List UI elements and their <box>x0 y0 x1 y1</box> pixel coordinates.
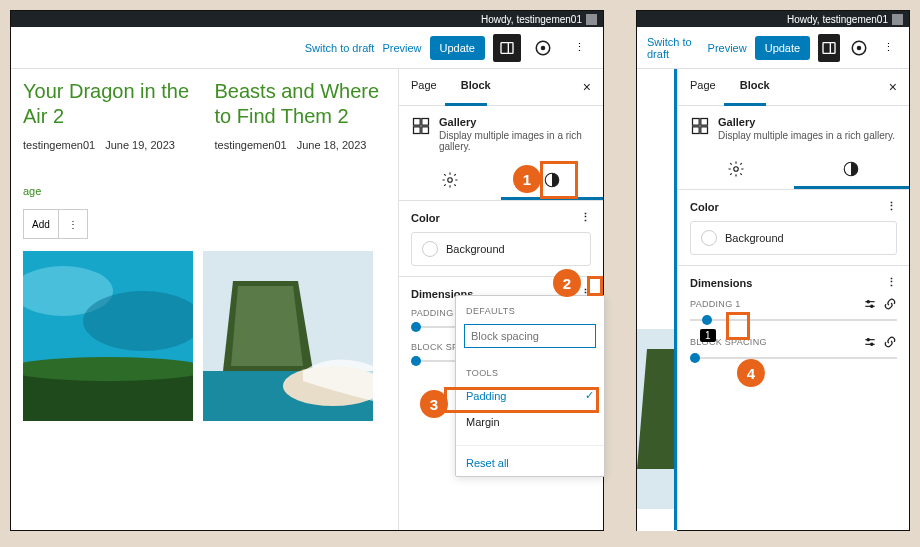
background-color-row[interactable]: Background <box>411 232 591 266</box>
svg-rect-27 <box>693 119 700 126</box>
padding-slider[interactable]: 1 <box>690 319 897 321</box>
settings-sidebar: Page Block × Gallery Display multiple im… <box>398 69 603 530</box>
svg-rect-14 <box>422 119 429 126</box>
block-name: Gallery <box>718 116 895 128</box>
settings-tab-icon[interactable] <box>678 151 794 189</box>
color-options-icon[interactable]: ⋮ <box>580 211 591 224</box>
link-sides-icon[interactable] <box>883 335 897 349</box>
editor-toolbar: Switch to draft Preview Update ⋮ <box>11 27 603 69</box>
svg-point-22 <box>856 45 861 50</box>
callout-4: 4 <box>737 359 765 387</box>
svg-point-40 <box>871 343 873 345</box>
popover-padding-item[interactable]: Padding ✓ <box>456 382 604 409</box>
post-title[interactable]: Your Dragon in the Air 2 <box>23 79 195 129</box>
avatar[interactable] <box>892 14 903 25</box>
editor-window-left: Howdy, testingemen01 Switch to draft Pre… <box>10 10 604 531</box>
popover-defaults-head: DEFAULTS <box>456 302 604 320</box>
admin-bar: Howdy, testingemen01 <box>637 11 909 27</box>
sidebar-toggle-icon[interactable] <box>493 34 521 62</box>
svg-point-31 <box>734 166 739 171</box>
plugin-icon[interactable] <box>529 34 557 62</box>
block-description: Display multiple images in a rich galler… <box>718 130 895 141</box>
gallery-image[interactable] <box>203 251 373 421</box>
page-link-fragment[interactable]: age <box>23 185 41 197</box>
svg-rect-19 <box>823 42 835 53</box>
post-title[interactable]: Beasts and Where to Find Them 2 <box>215 79 387 129</box>
svg-rect-28 <box>701 119 708 126</box>
tab-page[interactable]: Page <box>678 69 728 105</box>
block-toolbar: Add ⋮ <box>23 209 386 239</box>
svg-point-35 <box>867 301 869 303</box>
popover-margin-item[interactable]: Margin <box>456 409 604 435</box>
more-options-icon[interactable]: ⋮ <box>565 34 593 62</box>
gallery-image[interactable] <box>23 251 193 421</box>
post-author: testingemen01 <box>23 139 95 151</box>
svg-point-36 <box>871 305 873 307</box>
tab-page[interactable]: Page <box>399 69 449 105</box>
update-button[interactable]: Update <box>755 36 810 60</box>
sidebar-toggle-icon[interactable] <box>818 34 840 62</box>
background-label: Background <box>725 232 784 244</box>
callout-2: 2 <box>553 269 581 297</box>
block-spacing-slider[interactable] <box>690 357 897 359</box>
block-description: Display multiple images in a rich galler… <box>439 130 591 152</box>
slider-tooltip: 1 <box>700 329 716 342</box>
styles-tab-icon[interactable] <box>794 151 910 189</box>
svg-rect-15 <box>414 127 421 134</box>
block-spacing-input[interactable] <box>464 324 596 348</box>
link-sides-icon[interactable] <box>883 297 897 311</box>
post-date: June 18, 2023 <box>297 139 367 151</box>
greeting-text: Howdy, testingemen01 <box>787 14 888 25</box>
svg-rect-0 <box>501 42 513 53</box>
svg-rect-16 <box>422 127 429 134</box>
check-icon: ✓ <box>585 389 594 402</box>
tab-block[interactable]: Block <box>449 69 503 105</box>
update-button[interactable]: Update <box>430 36 485 60</box>
plugin-icon[interactable] <box>848 34 870 62</box>
more-options-icon[interactable]: ⋮ <box>877 34 899 62</box>
svg-point-39 <box>867 339 869 341</box>
gallery-block[interactable] <box>23 251 386 421</box>
color-options-icon[interactable]: ⋮ <box>886 200 897 213</box>
svg-point-9 <box>23 357 193 381</box>
switch-to-draft-link[interactable]: Switch to draft <box>305 42 375 54</box>
padding-label: PADDING 1 <box>690 299 741 309</box>
block-more-icon[interactable]: ⋮ <box>58 209 88 239</box>
editor-window-right: Howdy, testingemen01 Switch to draft Pre… <box>636 10 910 531</box>
color-swatch-icon <box>701 230 717 246</box>
svg-rect-13 <box>414 119 421 126</box>
editor-toolbar: Switch to draft Preview Update ⋮ <box>637 27 909 69</box>
svg-point-3 <box>541 45 546 50</box>
gallery-block-icon <box>411 116 431 138</box>
background-color-row[interactable]: Background <box>690 221 897 255</box>
svg-rect-29 <box>693 127 700 134</box>
block-name: Gallery <box>439 116 591 128</box>
settings-tab-icon[interactable] <box>399 162 501 200</box>
set-custom-size-icon[interactable] <box>863 335 877 349</box>
add-button[interactable]: Add <box>23 209 58 239</box>
selection-edge <box>637 69 677 530</box>
post-date: June 19, 2023 <box>105 139 175 151</box>
preview-link[interactable]: Preview <box>382 42 421 54</box>
callout-3: 3 <box>420 390 448 418</box>
color-swatch-icon <box>422 241 438 257</box>
popover-tools-head: TOOLS <box>456 364 604 382</box>
dimensions-section-title: Dimensions <box>690 277 752 289</box>
svg-rect-30 <box>701 127 708 134</box>
close-sidebar-icon[interactable]: × <box>877 69 909 105</box>
settings-sidebar: Page Block × Gallery Display multiple im… <box>677 69 909 530</box>
dimensions-popover: DEFAULTS TOOLS Padding ✓ Margin <box>455 295 605 477</box>
tab-block[interactable]: Block <box>728 69 782 105</box>
popover-reset-item[interactable]: Reset all <box>456 450 604 476</box>
close-sidebar-icon[interactable]: × <box>571 69 603 105</box>
editor-canvas: Your Dragon in the Air 2 testingemen01 J… <box>11 69 398 530</box>
switch-to-draft-link[interactable]: Switch to draft <box>647 36 700 60</box>
post-author: testingemen01 <box>215 139 287 151</box>
set-custom-size-icon[interactable] <box>863 297 877 311</box>
gallery-block-icon <box>690 116 710 138</box>
avatar[interactable] <box>586 14 597 25</box>
preview-link[interactable]: Preview <box>708 42 747 54</box>
svg-point-17 <box>448 177 453 182</box>
dimensions-options-icon[interactable]: ⋮ <box>886 276 897 289</box>
color-section-title: Color <box>411 212 440 224</box>
